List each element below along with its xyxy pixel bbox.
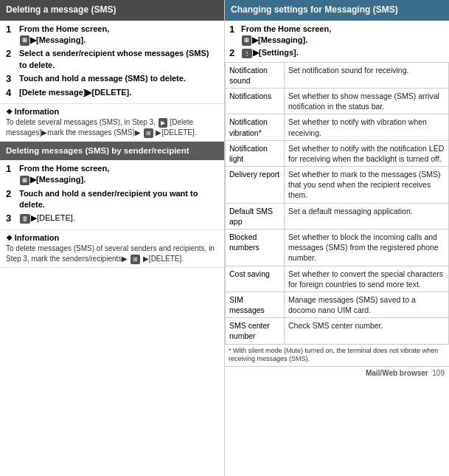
row-desc-cost-saving: Set whether to convert the special chara… [285,266,449,292]
step-num-2: 2 [6,48,19,59]
step-1-3: 3 Touch and hold a message (SMS) to dele… [6,73,218,84]
row-label-blocked-numbers: Blocked numbers [226,230,285,266]
menu-icon-1: ▶ [159,118,167,128]
table-row: Cost saving Set whether to convert the s… [226,266,449,292]
section1-header: Deleting a message (SMS) [0,0,224,21]
step2-text-3: 🗑▶[DELETE]. [19,213,218,224]
row-desc-notification-sound: Set notification sound for receiving. [285,62,449,88]
right-step-num-2: 2 [229,47,241,58]
table-row: Delivery report Set whether to mark to t… [226,167,449,204]
section2-steps: 1 From the Home screen, ⊞▶[Messaging]. 2… [0,160,224,230]
footer-label: Mail/Web browser [366,369,428,377]
step-text-2: Select a sender/recipient whose messages… [19,48,218,71]
step-text-1: From the Home screen, ⊞▶[Messaging]. [19,24,218,46]
row-desc-notifications: Set whether to show message (SMS) arriva… [285,89,449,114]
step-text-4: [Delete message]▶[DELETE]. [19,87,218,98]
footer-page: 109 [432,369,445,377]
row-label-notifications: Notifications [226,89,285,114]
table-row: Default SMS app Set a default messaging … [226,203,449,229]
row-desc-default-sms-app: Set a default messaging application. [285,203,449,229]
info-title-2: Information [6,233,218,242]
row-desc-notification-vibration: Set whether to notify with vibration whe… [285,114,449,140]
row-label-sim-messages: SIM messages [226,292,285,317]
step-2-2: 2 Touch and hold a sender/recipient you … [6,188,218,211]
step-num-3: 3 [6,73,19,84]
info-text-2: To delete messages (SMS) of several send… [6,244,218,264]
row-desc-notification-light: Set whether to notify with the notificat… [285,140,449,166]
row-label-notification-sound: Notification sound [226,62,285,88]
home-icon-3: ⊞ [242,35,251,45]
step-1-1: 1 From the Home screen, ⊞▶[Messaging]. [6,24,218,46]
row-label-cost-saving: Cost saving [226,266,285,292]
right-panel: Changing settings for Messaging (SMS) 1 … [225,0,449,476]
step-text-3: Touch and hold a message (SMS) to delete… [19,73,218,84]
section2-header: Deleting messages (SMS) by sender/recipi… [0,142,224,160]
step-1-2: 2 Select a sender/recipient whose messag… [6,48,218,71]
step-2-1: 1 From the Home screen, ⊞▶[Messaging]. [6,163,218,186]
right-step-text-2: ⋮▶[Settings]. [241,47,299,58]
info-title-1: Information [6,107,218,116]
step-num-1: 1 [6,24,19,35]
row-label-notification-light: Notification light [226,140,285,166]
table-row: SIM messages Manage messages (SMS) saved… [226,292,449,317]
table-row: Notifications Set whether to show messag… [226,89,449,114]
right-steps: 1 From the Home screen, ⊞▶[Messaging]. 2… [225,21,449,62]
row-desc-blocked-numbers: Set whether to block the incoming calls … [285,230,449,266]
step2-num-2: 2 [6,188,19,199]
section1-info: Information To delete several messages (… [0,104,224,142]
menu-dots-icon: ⋮ [242,49,252,58]
section1-steps: 1 From the Home screen, ⊞▶[Messaging]. 2… [0,21,224,104]
row-label-sms-center-number: SMS center number [226,318,285,344]
row-label-delivery-report: Delivery report [226,167,285,204]
left-panel: Deleting a message (SMS) 1 From the Home… [0,0,225,476]
row-label-notification-vibration: Notification vibration* [226,114,285,140]
home-icon-2: ⊞ [20,176,29,185]
step2-text-2: Touch and hold a sender/recipient you wa… [19,188,218,211]
row-desc-sim-messages: Manage messages (SMS) saved to a docomo … [285,292,449,317]
right-step-num-1: 1 [229,24,241,35]
right-section-header: Changing settings for Messaging (SMS) [225,0,449,21]
menu-icon-2: ⊞ [144,128,153,138]
row-desc-delivery-report: Set whether to mark to the messages (SMS… [285,167,449,204]
settings-table: Notification sound Set notification soun… [225,62,449,345]
section2-info: Information To delete messages (SMS) of … [0,230,224,268]
footnote: * With silent mode (Mute) turned on, the… [225,345,449,366]
step2-text-1: From the Home screen, ⊞▶[Messaging]. [19,163,218,186]
info-text-1: To delete several messages (SMS), in Ste… [6,117,218,138]
step-num-4: 4 [6,87,19,98]
right-step-1: 1 From the Home screen, ⊞▶[Messaging]. [229,24,445,46]
right-step-text-1: From the Home screen, ⊞▶[Messaging]. [241,24,331,46]
page-footer: Mail/Web browser 109 [225,366,449,379]
table-row: Notification vibration* Set whether to n… [226,114,449,140]
step2-num-1: 1 [6,163,19,174]
table-row: Notification sound Set notification soun… [226,62,449,88]
step2-num-3: 3 [6,213,19,224]
table-row: SMS center number Check SMS center numbe… [226,318,449,344]
row-desc-sms-center-number: Check SMS center number. [285,318,449,344]
step-1-4: 4 [Delete message]▶[DELETE]. [6,87,218,98]
table-row: Notification light Set whether to notify… [226,140,449,166]
menu-icon-3: ⊞ [130,255,140,264]
row-label-default-sms-app: Default SMS app [226,203,285,229]
table-row: Blocked numbers Set whether to block the… [226,230,449,266]
step-2-3: 3 🗑▶[DELETE]. [6,213,218,224]
right-step-2: 2 ⋮▶[Settings]. [229,47,445,58]
home-icon: ⊞ [20,35,29,45]
delete-icon: 🗑 [20,214,30,224]
